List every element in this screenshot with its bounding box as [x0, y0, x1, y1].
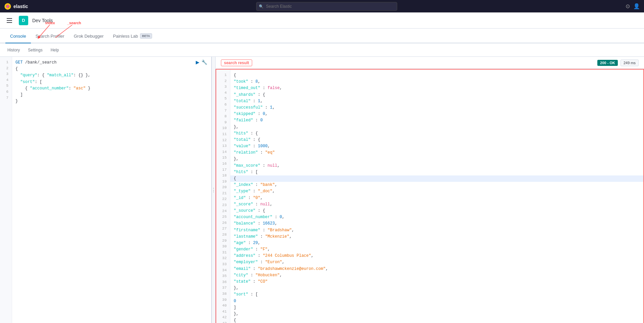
help-circle-icon[interactable]: ⊙	[626, 3, 630, 9]
tabs-bar: Console Search Profiler Grok Debugger Pa…	[0, 29, 644, 43]
wrench-button[interactable]: 🔧	[201, 59, 207, 65]
result-line-20: "_id" : "0",	[234, 195, 641, 201]
sub-toolbar: index _search History Settings Help	[0, 43, 644, 57]
result-line-7: "skipped" : 0,	[234, 111, 641, 117]
results-content[interactable]: 12345 678910 1112131415 1617181920 21222…	[216, 69, 644, 323]
code-line-3: "query": { "match_all": {} },	[15, 72, 209, 79]
topbar-search-area: 🔍	[32, 2, 622, 11]
result-line-14: },	[234, 156, 641, 162]
result-line-23: "account_number" : 0,	[234, 214, 641, 220]
result-line-32: "city" : "Hobucken",	[234, 272, 641, 279]
result-line-5: "total" : 1,	[234, 98, 641, 105]
result-line-4: "_shards" : {	[234, 92, 641, 98]
topbar: elastic 🔍 ⊙ 👤	[0, 0, 644, 12]
tab-painless-lab[interactable]: Painless Lab BETA	[108, 29, 157, 43]
code-line-4: "sort": [	[15, 79, 209, 85]
result-line-3: "timed_out" : false,	[234, 85, 641, 91]
editor-line-numbers: 1 2 3 4 5 6 7	[0, 57, 12, 323]
beta-badge: BETA	[140, 33, 152, 39]
results-border: 12345 678910 1112131415 1617181920 21222…	[216, 69, 644, 323]
status-badges: 200 - OK 249 ms	[597, 59, 639, 66]
user-avatar-icon[interactable]: 👤	[633, 3, 640, 9]
result-line-2: "took" : 8,	[234, 79, 641, 85]
result-line-31: "email" : "bradshawmckenzie@euron.com",	[234, 266, 641, 272]
result-line-30: "employer" : "Euron",	[234, 259, 641, 266]
logo-text: elastic	[13, 4, 28, 9]
tab-search-profiler[interactable]: Search Profiler	[31, 29, 69, 43]
topbar-search-icon: 🔍	[259, 4, 264, 8]
status-ok-badge: 200 - OK	[597, 60, 618, 66]
result-line-1: {	[234, 72, 641, 79]
result-line-15: "max_score" : null,	[234, 163, 641, 169]
result-line-37: ]	[234, 305, 641, 311]
result-line-36: 0	[234, 298, 641, 305]
result-line-24: "balance" : 16623,	[234, 220, 641, 227]
result-line-27: "age" : 29,	[234, 240, 641, 246]
appbar: D Dev Tools	[0, 12, 644, 29]
result-line-28: "gender" : "F",	[234, 246, 641, 253]
result-line-22: "_source" : {	[234, 208, 641, 214]
topbar-search-input[interactable]	[256, 2, 397, 11]
code-line-6: ]	[15, 92, 209, 98]
editor-content[interactable]: 1 2 3 4 5 6 7 GET /bank/_search {	[0, 57, 211, 323]
editor-code-lines[interactable]: GET /bank/_search { "query": { "match_al…	[12, 57, 211, 323]
result-line-18: "_index" : "bank",	[234, 182, 641, 188]
results-line-numbers: 12345 678910 1112131415 1617181920 21222…	[216, 70, 230, 323]
tab-console[interactable]: Console	[5, 29, 31, 43]
elastic-logo-icon	[4, 3, 11, 10]
settings-button[interactable]: Settings	[26, 46, 44, 54]
editor-panel: 1 2 3 4 5 6 7 GET /bank/_search {	[0, 57, 212, 323]
result-line-9: },	[234, 124, 641, 130]
code-line-7: }	[15, 98, 209, 105]
result-line-19: "_type" : "_doc",	[234, 188, 641, 195]
result-line-38: },	[234, 311, 641, 317]
result-line-16: "hits" : [	[234, 169, 641, 175]
result-line-34: },	[234, 285, 641, 291]
result-line-8: "failed" : 0	[234, 117, 641, 124]
result-line-6: "successful" : 1,	[234, 105, 641, 111]
panel-divider[interactable]: ⋮	[212, 57, 216, 323]
results-lines: { "took" : 8, "timed_out" : false, "_sha…	[230, 70, 643, 323]
help-button[interactable]: Help	[49, 46, 61, 54]
app-icon: D	[19, 16, 28, 25]
result-line-39: {	[234, 317, 641, 323]
result-line-25: "firstname" : "Bradshaw",	[234, 227, 641, 234]
run-button[interactable]: ▶	[196, 59, 199, 65]
topbar-icons: ⊙ 👤	[626, 3, 640, 9]
elastic-logo[interactable]: elastic	[4, 3, 28, 10]
results-header: search result 200 - OK 249 ms	[216, 57, 644, 69]
app-title: Dev Tools	[32, 18, 53, 23]
result-line-21: "_score" : null,	[234, 201, 641, 208]
results-label: search result	[221, 59, 252, 66]
result-line-35: "sort" : [	[234, 291, 641, 298]
code-line-1: GET /bank/_search	[15, 59, 209, 66]
result-line-11: "total" : {	[234, 137, 641, 143]
result-line-10: "hits" : {	[234, 130, 641, 137]
result-line-33: "state" : "CO"	[234, 279, 641, 285]
code-line-5: { "account_number": "asc" }	[15, 85, 209, 92]
result-line-29: "address" : "244 Columbus Place",	[234, 253, 641, 259]
editor-actions: ▶ 🔧	[196, 59, 207, 65]
result-line-12: "value" : 1000,	[234, 143, 641, 150]
history-button[interactable]: History	[5, 46, 22, 54]
results-panel: search result 200 - OK 249 ms 12345 6789…	[216, 57, 644, 323]
timing-badge: 249 ms	[620, 59, 639, 66]
result-line-13: "relation" : "eq"	[234, 150, 641, 156]
code-line-2: {	[15, 66, 209, 72]
main-area: 1 2 3 4 5 6 7 GET /bank/_search {	[0, 57, 644, 323]
result-line-26: "lastname" : "Mckenzie",	[234, 234, 641, 240]
result-line-17: {	[230, 175, 643, 182]
tab-grok-debugger[interactable]: Grok Debugger	[69, 29, 108, 43]
hamburger-button[interactable]	[5, 16, 15, 25]
